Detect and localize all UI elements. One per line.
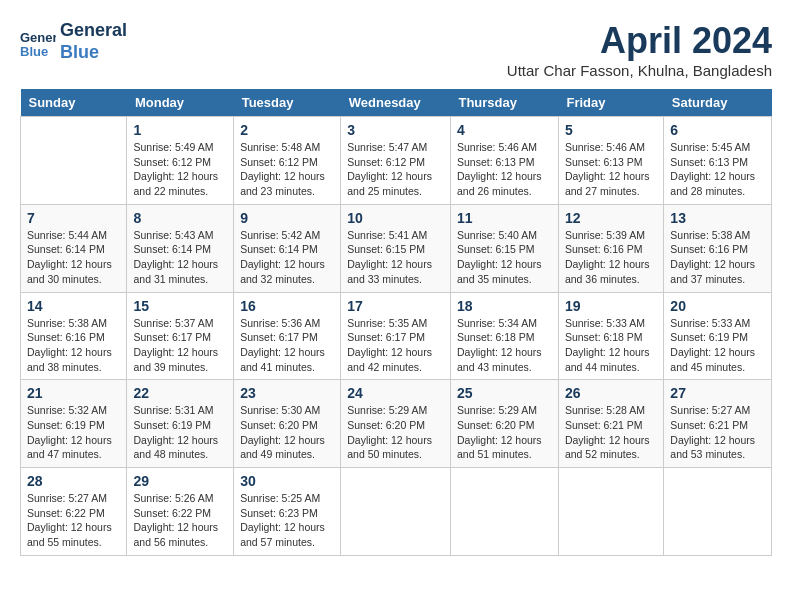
calendar-cell: 15Sunrise: 5:37 AM Sunset: 6:17 PM Dayli… [127, 292, 234, 380]
day-info: Sunrise: 5:30 AM Sunset: 6:20 PM Dayligh… [240, 403, 334, 462]
calendar-cell: 19Sunrise: 5:33 AM Sunset: 6:18 PM Dayli… [558, 292, 663, 380]
calendar-cell: 11Sunrise: 5:40 AM Sunset: 6:15 PM Dayli… [450, 204, 558, 292]
day-number: 22 [133, 385, 227, 401]
calendar-body: 1Sunrise: 5:49 AM Sunset: 6:12 PM Daylig… [21, 117, 772, 556]
day-info: Sunrise: 5:29 AM Sunset: 6:20 PM Dayligh… [457, 403, 552, 462]
day-info: Sunrise: 5:41 AM Sunset: 6:15 PM Dayligh… [347, 228, 444, 287]
column-header-monday: Monday [127, 89, 234, 117]
calendar-header: SundayMondayTuesdayWednesdayThursdayFrid… [21, 89, 772, 117]
calendar-cell: 27Sunrise: 5:27 AM Sunset: 6:21 PM Dayli… [664, 380, 772, 468]
day-info: Sunrise: 5:49 AM Sunset: 6:12 PM Dayligh… [133, 140, 227, 199]
day-number: 8 [133, 210, 227, 226]
calendar-cell [664, 468, 772, 556]
day-info: Sunrise: 5:40 AM Sunset: 6:15 PM Dayligh… [457, 228, 552, 287]
page-header: General Blue General Blue April 2024 Utt… [20, 20, 772, 79]
day-number: 17 [347, 298, 444, 314]
day-number: 4 [457, 122, 552, 138]
calendar-cell: 14Sunrise: 5:38 AM Sunset: 6:16 PM Dayli… [21, 292, 127, 380]
calendar-cell: 16Sunrise: 5:36 AM Sunset: 6:17 PM Dayli… [234, 292, 341, 380]
day-number: 30 [240, 473, 334, 489]
calendar-cell: 21Sunrise: 5:32 AM Sunset: 6:19 PM Dayli… [21, 380, 127, 468]
day-info: Sunrise: 5:36 AM Sunset: 6:17 PM Dayligh… [240, 316, 334, 375]
day-info: Sunrise: 5:37 AM Sunset: 6:17 PM Dayligh… [133, 316, 227, 375]
day-number: 7 [27, 210, 120, 226]
day-number: 29 [133, 473, 227, 489]
day-info: Sunrise: 5:27 AM Sunset: 6:22 PM Dayligh… [27, 491, 120, 550]
day-info: Sunrise: 5:38 AM Sunset: 6:16 PM Dayligh… [670, 228, 765, 287]
title-block: April 2024 Uttar Char Fasson, Khulna, Ba… [507, 20, 772, 79]
logo-icon: General Blue [20, 24, 56, 60]
day-number: 26 [565, 385, 657, 401]
calendar-cell [21, 117, 127, 205]
day-info: Sunrise: 5:45 AM Sunset: 6:13 PM Dayligh… [670, 140, 765, 199]
calendar-cell: 23Sunrise: 5:30 AM Sunset: 6:20 PM Dayli… [234, 380, 341, 468]
day-number: 1 [133, 122, 227, 138]
day-info: Sunrise: 5:27 AM Sunset: 6:21 PM Dayligh… [670, 403, 765, 462]
calendar-cell: 28Sunrise: 5:27 AM Sunset: 6:22 PM Dayli… [21, 468, 127, 556]
day-info: Sunrise: 5:38 AM Sunset: 6:16 PM Dayligh… [27, 316, 120, 375]
svg-text:General: General [20, 30, 56, 45]
month-title: April 2024 [507, 20, 772, 62]
day-info: Sunrise: 5:33 AM Sunset: 6:19 PM Dayligh… [670, 316, 765, 375]
day-info: Sunrise: 5:35 AM Sunset: 6:17 PM Dayligh… [347, 316, 444, 375]
day-number: 6 [670, 122, 765, 138]
calendar-cell: 10Sunrise: 5:41 AM Sunset: 6:15 PM Dayli… [341, 204, 451, 292]
calendar-cell: 6Sunrise: 5:45 AM Sunset: 6:13 PM Daylig… [664, 117, 772, 205]
calendar-cell: 12Sunrise: 5:39 AM Sunset: 6:16 PM Dayli… [558, 204, 663, 292]
day-info: Sunrise: 5:46 AM Sunset: 6:13 PM Dayligh… [457, 140, 552, 199]
calendar-cell: 2Sunrise: 5:48 AM Sunset: 6:12 PM Daylig… [234, 117, 341, 205]
day-info: Sunrise: 5:29 AM Sunset: 6:20 PM Dayligh… [347, 403, 444, 462]
calendar-cell: 20Sunrise: 5:33 AM Sunset: 6:19 PM Dayli… [664, 292, 772, 380]
logo-text: General Blue [60, 20, 127, 63]
calendar-week-4: 21Sunrise: 5:32 AM Sunset: 6:19 PM Dayli… [21, 380, 772, 468]
logo: General Blue General Blue [20, 20, 127, 63]
day-info: Sunrise: 5:26 AM Sunset: 6:22 PM Dayligh… [133, 491, 227, 550]
day-info: Sunrise: 5:44 AM Sunset: 6:14 PM Dayligh… [27, 228, 120, 287]
svg-text:Blue: Blue [20, 44, 48, 59]
calendar-cell: 29Sunrise: 5:26 AM Sunset: 6:22 PM Dayli… [127, 468, 234, 556]
day-number: 3 [347, 122, 444, 138]
calendar-table: SundayMondayTuesdayWednesdayThursdayFrid… [20, 89, 772, 556]
calendar-week-5: 28Sunrise: 5:27 AM Sunset: 6:22 PM Dayli… [21, 468, 772, 556]
day-info: Sunrise: 5:43 AM Sunset: 6:14 PM Dayligh… [133, 228, 227, 287]
calendar-cell: 1Sunrise: 5:49 AM Sunset: 6:12 PM Daylig… [127, 117, 234, 205]
calendar-cell: 26Sunrise: 5:28 AM Sunset: 6:21 PM Dayli… [558, 380, 663, 468]
calendar-week-2: 7Sunrise: 5:44 AM Sunset: 6:14 PM Daylig… [21, 204, 772, 292]
column-header-wednesday: Wednesday [341, 89, 451, 117]
column-header-sunday: Sunday [21, 89, 127, 117]
calendar-cell: 5Sunrise: 5:46 AM Sunset: 6:13 PM Daylig… [558, 117, 663, 205]
calendar-cell [450, 468, 558, 556]
day-info: Sunrise: 5:48 AM Sunset: 6:12 PM Dayligh… [240, 140, 334, 199]
calendar-cell: 13Sunrise: 5:38 AM Sunset: 6:16 PM Dayli… [664, 204, 772, 292]
day-info: Sunrise: 5:34 AM Sunset: 6:18 PM Dayligh… [457, 316, 552, 375]
day-number: 16 [240, 298, 334, 314]
calendar-cell [341, 468, 451, 556]
day-info: Sunrise: 5:31 AM Sunset: 6:19 PM Dayligh… [133, 403, 227, 462]
day-number: 11 [457, 210, 552, 226]
day-number: 13 [670, 210, 765, 226]
day-number: 24 [347, 385, 444, 401]
day-info: Sunrise: 5:33 AM Sunset: 6:18 PM Dayligh… [565, 316, 657, 375]
day-number: 15 [133, 298, 227, 314]
day-number: 14 [27, 298, 120, 314]
calendar-week-3: 14Sunrise: 5:38 AM Sunset: 6:16 PM Dayli… [21, 292, 772, 380]
day-number: 28 [27, 473, 120, 489]
calendar-cell: 3Sunrise: 5:47 AM Sunset: 6:12 PM Daylig… [341, 117, 451, 205]
column-header-thursday: Thursday [450, 89, 558, 117]
day-number: 27 [670, 385, 765, 401]
day-info: Sunrise: 5:39 AM Sunset: 6:16 PM Dayligh… [565, 228, 657, 287]
calendar-cell: 30Sunrise: 5:25 AM Sunset: 6:23 PM Dayli… [234, 468, 341, 556]
day-number: 20 [670, 298, 765, 314]
day-info: Sunrise: 5:28 AM Sunset: 6:21 PM Dayligh… [565, 403, 657, 462]
day-info: Sunrise: 5:42 AM Sunset: 6:14 PM Dayligh… [240, 228, 334, 287]
column-header-saturday: Saturday [664, 89, 772, 117]
day-number: 10 [347, 210, 444, 226]
day-number: 2 [240, 122, 334, 138]
day-number: 21 [27, 385, 120, 401]
calendar-cell: 7Sunrise: 5:44 AM Sunset: 6:14 PM Daylig… [21, 204, 127, 292]
calendar-cell: 22Sunrise: 5:31 AM Sunset: 6:19 PM Dayli… [127, 380, 234, 468]
day-number: 9 [240, 210, 334, 226]
day-info: Sunrise: 5:47 AM Sunset: 6:12 PM Dayligh… [347, 140, 444, 199]
calendar-cell: 17Sunrise: 5:35 AM Sunset: 6:17 PM Dayli… [341, 292, 451, 380]
day-info: Sunrise: 5:25 AM Sunset: 6:23 PM Dayligh… [240, 491, 334, 550]
